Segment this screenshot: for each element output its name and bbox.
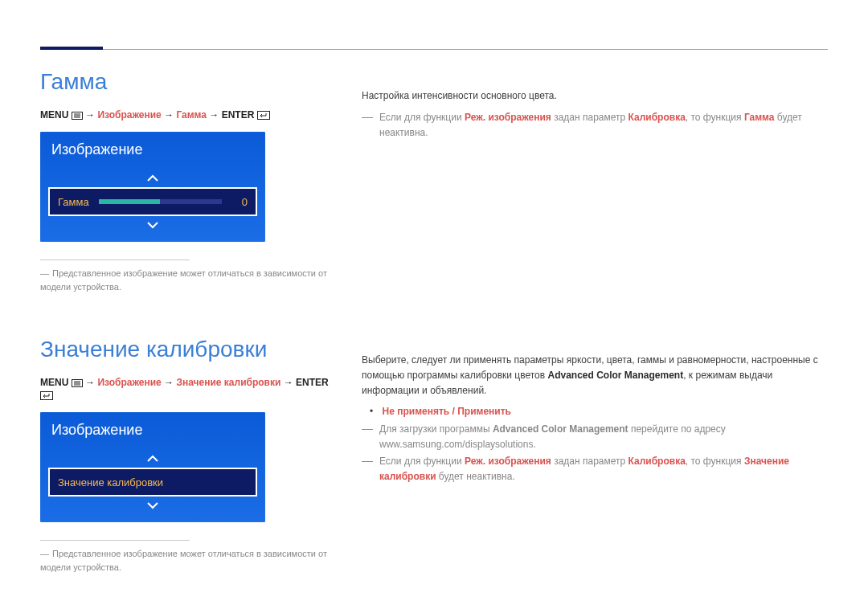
osd-gamma-row[interactable]: Гамма 0 <box>48 187 257 216</box>
breadcrumb-enter: ENTER <box>296 377 329 388</box>
calibration-breadcrumb: MENU → Изображение → Значение калибровки… <box>40 377 330 403</box>
calibration-heading: Значение калибровки <box>40 337 330 362</box>
breadcrumb-image: Изображение <box>97 109 161 121</box>
gamma-heading: Гамма <box>40 69 330 95</box>
osd-row-label: Значение калибровки <box>58 476 163 488</box>
calibration-description: Выберите, следует ли применять параметры… <box>362 353 828 399</box>
osd-up-arrow[interactable] <box>40 452 265 466</box>
breadcrumb-menu: MENU <box>40 377 68 388</box>
calibration-osd-panel: Изображение Значение калибровки <box>40 412 265 522</box>
enter-icon <box>257 111 270 122</box>
osd-down-arrow[interactable] <box>40 498 265 513</box>
calibration-options: Не применять / Применить <box>370 406 828 417</box>
osd-row-label: Гамма <box>58 196 89 208</box>
calibration-caption: ―Представленное изображение может отлича… <box>40 547 330 574</box>
calibration-note-download: ― Для загрузки программы Advanced Color … <box>362 422 828 452</box>
gamma-caption: ―Представленное изображение может отлича… <box>40 267 330 293</box>
osd-down-arrow[interactable] <box>40 218 265 232</box>
breadcrumb-gamma: Гамма <box>176 109 207 121</box>
gamma-slider[interactable] <box>99 199 222 204</box>
breadcrumb-calibration: Значение калибровки <box>176 377 280 388</box>
menu-icon <box>72 378 83 390</box>
osd-row-value: 0 <box>231 196 248 208</box>
osd-header: Изображение <box>40 132 265 170</box>
breadcrumb-menu: MENU <box>40 109 68 121</box>
gamma-breadcrumb: MENU → Изображение → Гамма → ENTER <box>40 109 330 122</box>
gamma-note: ― Если для функции Реж. изображения зада… <box>362 110 828 141</box>
osd-header: Изображение <box>40 412 265 450</box>
caption-rule <box>40 540 190 541</box>
caption-rule <box>40 260 190 260</box>
breadcrumb-image: Изображение <box>97 377 161 388</box>
gamma-description: Настройка интенсивности основного цвета. <box>362 88 828 104</box>
enter-icon <box>40 391 53 403</box>
osd-calibration-row[interactable]: Значение калибровки <box>48 468 257 497</box>
osd-up-arrow[interactable] <box>40 171 265 186</box>
calibration-note-inactive: ― Если для функции Реж. изображения зада… <box>362 454 828 484</box>
breadcrumb-enter: ENTER <box>222 109 255 121</box>
menu-icon <box>72 111 83 122</box>
gamma-osd-panel: Изображение Гамма 0 <box>40 132 265 242</box>
